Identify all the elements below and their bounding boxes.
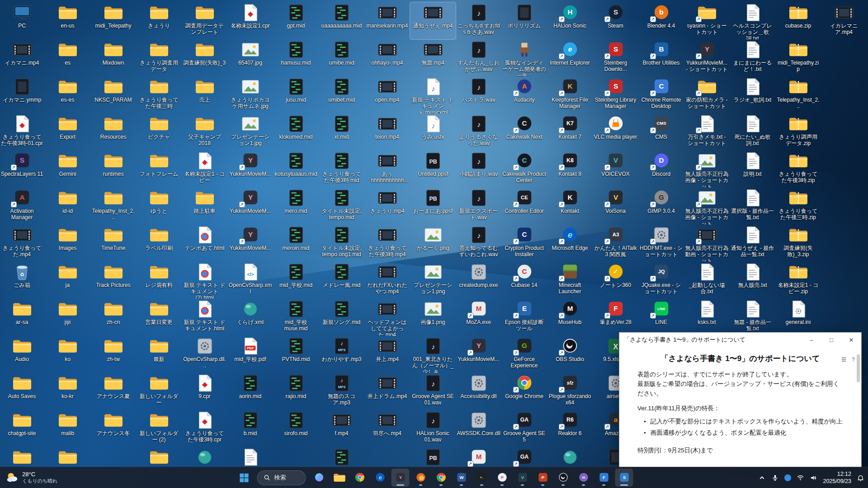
desktop-icon[interactable]: ↗syasinn - ショートカット — [684, 2, 730, 39]
desktop-icon[interactable]: ♪001_東北きりたん（ノーマル）_少しキ... — [410, 336, 456, 373]
desktop-icon[interactable]: タイトル未設定, tempo.ong1.mid — [319, 225, 364, 262]
desktop-icon[interactable]: イカマニ.mp4 — [0, 39, 45, 76]
desktop-icon[interactable]: Track Pictures — [90, 262, 136, 299]
volume-icon[interactable] — [810, 474, 817, 482]
desktop-icon[interactable]: C↗Chrome Remote Desktop — [638, 76, 684, 113]
desktop-icon[interactable]: 孤独なインディーゲーム開発者の一生... — [501, 39, 547, 76]
desktop-icon[interactable]: K8↗Kontakt 8 — [547, 150, 593, 188]
dialog-titlebar[interactable]: 「さよなら手書き 1〜9」のサポートについて – □ ✕ — [619, 333, 861, 347]
desktop-icon[interactable]: 死にたい_ぬ歌詞.txt — [730, 113, 775, 150]
desktop-icon[interactable]: TimeTune — [90, 225, 136, 262]
desktop-icon[interactable]: ♪MP3わかりやす.mp3 — [319, 336, 364, 373]
desktop-icon[interactable]: jijii — [45, 299, 90, 336]
desktop-icon[interactable]: kotusytuaaus.mid — [273, 150, 319, 188]
desktop-icon[interactable]: 調査練習(失敗)_3.zip — [775, 225, 821, 262]
taskbar-chrome[interactable] — [351, 469, 369, 487]
desktop-icon[interactable]: テンポあて.html — [182, 225, 227, 262]
desktop-icon[interactable]: CE↗Controller Editor — [501, 188, 547, 225]
desktop-icon[interactable]: ♪HALion Sonic 01.wav — [410, 410, 456, 447]
desktop-icon[interactable]: きょうり食ってた午後3時.mp4 — [364, 225, 410, 262]
desktop-icon[interactable]: 新規ソング.mid — [319, 299, 364, 336]
desktop-icon[interactable]: 父子キャンプ2018 — [182, 113, 227, 150]
taskbar-word[interactable]: W — [453, 469, 471, 487]
desktop-icon[interactable]: manisekarin.mp4 — [364, 2, 410, 39]
desktop-icon[interactable]: V↗VOICEVOX — [593, 150, 638, 188]
desktop-icon[interactable]: ♪新規エクスポート.wav — [456, 188, 501, 225]
desktop-icon[interactable]: ヘルスコンプレッション＿歌詞.txt — [730, 2, 775, 39]
desktop-icon[interactable]: Auto Saves — [0, 373, 45, 410]
desktop-icon[interactable]: ar-sa — [0, 299, 45, 336]
desktop-icon[interactable]: ♪新規 テキスト ドキュメント.musicxml — [410, 76, 456, 113]
desktop-icon[interactable]: 路上駐車 — [182, 188, 227, 225]
taskbar-obs-studio[interactable] — [554, 469, 572, 487]
desktop-icon[interactable]: G↗GeForce Experience — [501, 336, 547, 373]
desktop-icon[interactable]: e↗Microsoft Edge — [547, 225, 593, 262]
desktop-icon[interactable]: NKSC_PARAM — [90, 76, 136, 113]
desktop-icon[interactable]: 選択版 - 親作品一覧.txt — [730, 188, 775, 225]
taskbar-media-app[interactable]: Y — [392, 469, 410, 487]
desktop-icon[interactable]: タイトル未設定, tempo.mid — [319, 188, 364, 225]
desktop-icon[interactable]: es — [45, 39, 90, 76]
desktop-icon[interactable]: かるーく.png — [410, 225, 456, 262]
desktop-icon[interactable]: 井上.mp4 — [364, 336, 410, 373]
desktop-icon[interactable]: ↗万引きメモ.txt - ショートカット — [684, 113, 730, 150]
desktop-icon[interactable]: ↗VLC media player — [593, 113, 638, 150]
taskbar-powerpoint[interactable]: P — [534, 469, 552, 487]
desktop-icon[interactable]: C↗Crypton Product Installer — [501, 225, 547, 262]
desktop-icon[interactable]: K↗Keepforest File Manager — [547, 76, 593, 113]
desktop-icon[interactable]: きょうり食ってた午後三時.zip — [775, 188, 821, 225]
desktop-icon[interactable]: Telepathy_Inst_2... — [90, 188, 136, 225]
desktop-icon[interactable]: きょうり調査用データ — [136, 39, 182, 76]
desktop-icon[interactable]: meroin.mid — [273, 225, 319, 262]
desktop-icon[interactable]: 新規 テキスト ドキュメント.html — [182, 299, 227, 336]
desktop-icon[interactable]: 最新 — [136, 336, 182, 373]
desktop-icon[interactable]: f.mp4 — [319, 410, 364, 447]
desktop-icon[interactable]: E↗Epson 接続診断ツール — [501, 299, 547, 336]
desktop-icon[interactable]: mero.mid — [273, 188, 319, 225]
desktop-icon[interactable]: AWSSDK.Core.dll — [456, 410, 501, 447]
desktop-icon[interactable]: S↗Steinberg Downlo... — [593, 39, 638, 76]
desktop-icon[interactable]: rajio.mid — [273, 373, 319, 410]
desktop-icon[interactable]: open.mp4 — [364, 76, 410, 113]
desktop-icon[interactable]: ♪こっちもd すおfd s b さあ.wav — [456, 2, 501, 39]
desktop-icon[interactable]: mid_学校.mid — [273, 262, 319, 299]
desktop-icon[interactable]: ♪小銭詰まり.wav — [456, 150, 501, 188]
desktop-icon[interactable]: ヘッドフォンはしててよかった.mp4 — [364, 299, 410, 336]
desktop-icon[interactable]: ↗Google Chrome — [501, 373, 547, 410]
desktop-icon[interactable]: ♻ごみ箱 — [0, 262, 45, 299]
desktop-icon[interactable]: runtimes — [90, 150, 136, 188]
desktop-icon[interactable]: C↗Cakewalk Next — [501, 113, 547, 150]
desktop-icon[interactable]: 無人販売.txt — [730, 262, 775, 299]
desktop-icon[interactable]: ♪Groove Agent SE 01.wav — [410, 373, 456, 410]
desktop-icon[interactable]: 井上ドラム.mp4 — [364, 373, 410, 410]
desktop-icon[interactable]: umibet.mid — [319, 76, 364, 113]
desktop-icon[interactable]: Resources — [90, 113, 136, 150]
desktop-icon[interactable]: K↗Kontakt — [547, 188, 593, 225]
desktop-icon[interactable]: きょうり食ってた午後3時.cpr — [182, 410, 227, 447]
desktop-icon[interactable]: ♪MP3無題のスコア.mp3 — [319, 373, 364, 410]
desktop-icon[interactable]: 羽尽へ.mp4 — [364, 410, 410, 447]
desktop-icon[interactable]: Mixdown — [90, 39, 136, 76]
desktop-icon[interactable]: だれだFXいれたやつ.mp4 — [364, 262, 410, 299]
desktop-icon[interactable]: R6↗Reaktor 6 — [547, 410, 593, 447]
desktop-icon[interactable]: ↗無人販売不正行為動画 - ショートカット — [684, 225, 730, 262]
desktop-icon[interactable]: あぅ「hhhhhhhhhhh... — [364, 150, 410, 188]
desktop-icon[interactable]: ✓↗ノートン360 — [593, 262, 638, 299]
desktop-icon[interactable]: 65407.jpg — [227, 39, 273, 76]
desktop-icon[interactable]: </>OpenCvSharp.xml — [227, 262, 273, 299]
desktop-icon[interactable]: sirofo.mid — [273, 410, 319, 447]
desktop-icon[interactable]: プレゼンテーション1.png — [410, 262, 456, 299]
desktop-icon[interactable]: 新しいフォルダー — [136, 373, 182, 410]
taskbar-firefox[interactable] — [412, 469, 430, 487]
taskbar-visual-studio[interactable]: ∞ — [575, 469, 593, 487]
desktop-icon[interactable]: aorin.mid — [227, 373, 273, 410]
desktop-icon[interactable]: 画像1.png — [410, 299, 456, 336]
desktop-icon[interactable]: きょうり食ってた午後三時 — [136, 76, 182, 113]
close-button[interactable]: ✕ — [841, 333, 861, 347]
weather-widget[interactable]: 28°C くもりのち晴れ — [1, 467, 62, 488]
clock[interactable]: 12:12 2025/09/23 — [823, 470, 851, 485]
desktop-icon[interactable]: LINE↗LINE — [638, 299, 684, 336]
desktop-icon[interactable]: S↗SpectraLayers 11 — [0, 150, 45, 188]
desktop-icon[interactable]: Y↗YukkuriMovieM... — [227, 150, 273, 188]
desktop-icon[interactable]: PVTNd.mid — [273, 336, 319, 373]
